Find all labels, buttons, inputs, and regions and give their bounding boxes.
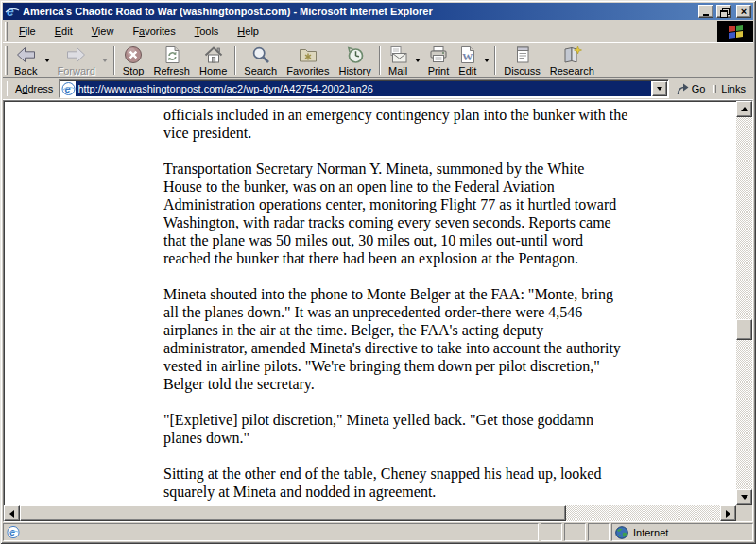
svg-text:W: W xyxy=(462,51,472,62)
status-bar: e Internet xyxy=(3,523,753,541)
addressbar-grip[interactable] xyxy=(7,81,9,96)
links-label[interactable]: Links xyxy=(718,83,751,94)
arrow-left-icon xyxy=(9,510,14,518)
restore-icon xyxy=(720,8,728,15)
address-url-text: http://www.washingtonpost.com/ac2/wp-dyn… xyxy=(76,81,650,96)
forward-label: Forward xyxy=(57,65,94,76)
browser-viewport: officials included in an emergency conti… xyxy=(3,100,753,522)
print-button[interactable]: Print xyxy=(423,44,455,76)
close-button[interactable]: × xyxy=(736,5,751,18)
menu-view[interactable]: View xyxy=(82,24,124,39)
menubar-grip[interactable] xyxy=(5,22,8,41)
paragraph: "[Expletive] pilot discretion," Mineta y… xyxy=(163,411,628,447)
home-button[interactable]: Home xyxy=(195,44,232,76)
back-label: Back xyxy=(14,65,37,76)
minimize-button[interactable] xyxy=(698,5,713,18)
status-mini-pane xyxy=(588,523,610,541)
edit-label: Edit xyxy=(458,65,476,76)
links-grip[interactable] xyxy=(713,85,716,93)
status-mini-pane xyxy=(564,523,586,541)
menu-bar: File Edit View Favorites Tools Help xyxy=(3,20,753,43)
security-zone-label: Internet xyxy=(633,527,668,538)
go-button[interactable]: Go xyxy=(669,79,713,99)
scroll-up-button[interactable] xyxy=(736,101,752,117)
toolbar-separator xyxy=(494,46,496,75)
menu-items: File Edit View Favorites Tools Help xyxy=(9,20,717,42)
menu-help[interactable]: Help xyxy=(228,24,268,39)
title-bar: e America's Chaotic Road to War (washing… xyxy=(3,3,753,20)
standard-buttons-toolbar: Back Forward Stop xyxy=(3,43,753,78)
restore-button[interactable] xyxy=(716,5,731,18)
edit-icon: W xyxy=(459,45,476,64)
page-icon: e xyxy=(61,81,76,96)
toolbar-separator xyxy=(234,46,236,75)
vertical-scroll-thumb[interactable] xyxy=(736,319,752,340)
mail-dropdown[interactable] xyxy=(413,44,423,76)
article-text: officials included in an emergency conti… xyxy=(5,101,628,501)
address-input[interactable]: e http://www.washingtonpost.com/ac2/wp-d… xyxy=(59,79,668,98)
minimize-icon xyxy=(703,14,709,16)
address-dropdown-button[interactable] xyxy=(652,81,667,96)
menu-edit[interactable]: Edit xyxy=(45,24,82,39)
toolbar-separator xyxy=(113,46,115,75)
history-icon xyxy=(346,45,365,64)
stop-button[interactable]: Stop xyxy=(118,44,149,76)
paragraph: Sitting at the other end of the table, C… xyxy=(163,465,628,501)
arrow-down-icon xyxy=(741,495,748,500)
menu-label-part: vorites xyxy=(145,26,175,37)
vertical-scrollbar[interactable] xyxy=(736,101,752,505)
svg-text:e: e xyxy=(9,527,15,537)
search-button[interactable]: Search xyxy=(239,44,282,76)
history-button[interactable]: History xyxy=(334,44,375,76)
favorites-icon xyxy=(299,45,318,64)
horizontal-scroll-thumb[interactable] xyxy=(20,505,566,521)
chevron-down-icon xyxy=(484,59,490,62)
paragraph: officials included in an emergency conti… xyxy=(163,106,628,142)
forward-button[interactable]: Forward xyxy=(52,44,99,76)
chevron-down-icon xyxy=(44,59,50,62)
status-zone-pane: Internet xyxy=(611,523,753,541)
back-button[interactable]: Back xyxy=(9,44,42,76)
toolbar-grip[interactable] xyxy=(5,46,8,75)
menu-label-key: F xyxy=(19,26,26,37)
arrow-right-icon xyxy=(726,510,730,518)
toolbar-separator xyxy=(379,46,381,75)
favorites-label: Favorites xyxy=(286,65,329,76)
menu-label-key: V xyxy=(92,26,98,37)
scroll-right-button[interactable] xyxy=(720,505,736,521)
chevron-down-icon xyxy=(415,59,421,62)
forward-dropdown[interactable] xyxy=(100,44,111,76)
research-button[interactable]: Research xyxy=(545,44,599,76)
menu-label-part: iew xyxy=(98,26,114,37)
search-icon xyxy=(251,45,270,64)
horizontal-scrollbar[interactable] xyxy=(4,505,736,521)
stop-icon xyxy=(124,45,143,64)
history-label: History xyxy=(338,65,370,76)
window-title: America's Chaotic Road to War (washingto… xyxy=(23,6,696,17)
scroll-down-button[interactable] xyxy=(736,489,752,505)
refresh-icon xyxy=(163,45,180,64)
address-label: Address xyxy=(11,83,59,94)
menu-tools[interactable]: Tools xyxy=(185,24,229,39)
refresh-label: Refresh xyxy=(153,65,190,76)
menu-favorites[interactable]: Favorites xyxy=(123,24,184,39)
chevron-down-icon xyxy=(102,59,108,62)
stop-label: Stop xyxy=(123,65,145,76)
discuss-button[interactable]: Discuss xyxy=(499,44,545,76)
edit-dropdown[interactable] xyxy=(481,44,491,76)
back-dropdown[interactable] xyxy=(42,44,52,76)
page-content: officials included in an emergency conti… xyxy=(5,101,735,505)
chevron-down-icon xyxy=(657,87,662,91)
close-icon: × xyxy=(741,7,747,16)
scroll-left-button[interactable] xyxy=(4,505,20,521)
favorites-button[interactable]: Favorites xyxy=(282,44,334,76)
menu-file[interactable]: File xyxy=(9,24,45,39)
ie-logo-icon: e xyxy=(5,4,20,19)
mail-button[interactable]: Mail xyxy=(384,44,413,76)
globe-icon xyxy=(615,526,628,539)
refresh-button[interactable]: Refresh xyxy=(148,44,195,76)
menu-label-part: dit xyxy=(61,26,73,37)
edit-button[interactable]: W Edit xyxy=(454,44,481,76)
discuss-icon xyxy=(514,45,531,64)
links-bar: Links xyxy=(712,83,751,94)
